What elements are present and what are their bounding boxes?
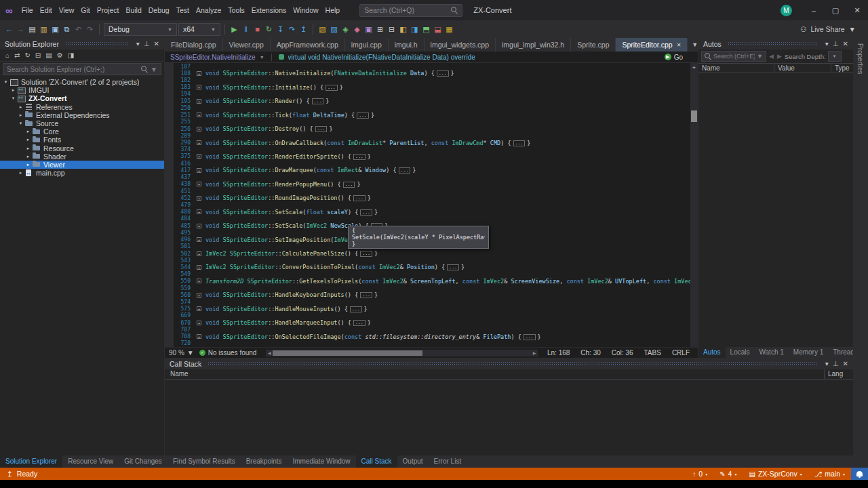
code-line[interactable]: 669 — [165, 312, 698, 319]
tab-breakpoints[interactable]: Breakpoints — [241, 455, 288, 468]
code-line[interactable]: 182 — [165, 77, 698, 83]
code-line[interactable]: 720 — [165, 340, 698, 347]
code-line[interactable]: 484 — [165, 216, 698, 222]
menu-extensions[interactable]: Extensions — [248, 6, 290, 14]
horizontal-scrollbar[interactable]: ◀ ▶ — [266, 350, 538, 357]
column-header-name[interactable]: Name — [165, 369, 825, 379]
collapse-toggle-icon[interactable]: + — [197, 237, 201, 242]
code-line[interactable]: 452+void SSpriteEditor::RoundImagePositi… — [165, 195, 698, 201]
tree-item-external-dependencies[interactable]: ▸External Dependencies — [0, 111, 164, 119]
tab-memory-1[interactable]: Memory 1 — [789, 347, 828, 358]
collapse-toggle-icon[interactable]: + — [197, 168, 201, 173]
code-line[interactable]: 560+void SSpriteEditor::HandleKeyboardIn… — [165, 291, 698, 298]
tab-appframework-cpp[interactable]: AppFramework.cpp — [271, 38, 345, 52]
compare-icon[interactable]: ◨ — [410, 23, 420, 35]
redo-icon[interactable]: ↷ — [85, 23, 95, 35]
run-tests-icon[interactable]: ◈ — [340, 23, 351, 35]
code-line[interactable]: 575+void SSpriteEditor::HandleMouseInput… — [165, 306, 698, 312]
pin-icon[interactable]: ⊥ — [831, 39, 841, 49]
chevron-right-icon[interactable]: ▸ — [24, 154, 32, 159]
tree-item-main-cpp[interactable]: ▸main.cpp — [0, 169, 164, 177]
pin-icon[interactable]: ⊥ — [142, 39, 152, 49]
close-tab-icon[interactable]: ✕ — [677, 42, 682, 48]
properties-icon[interactable]: ⚙ — [55, 50, 65, 61]
collapse-toggle-icon[interactable]: + — [197, 182, 201, 186]
column-header-value[interactable]: Value — [774, 64, 831, 73]
column-header-type[interactable]: Type — [831, 64, 853, 73]
incoming-commits[interactable]: ↑0▾ — [686, 468, 713, 480]
tab-solution-explorer[interactable]: Solution Explorer — [0, 455, 62, 468]
navigate-icon[interactable]: ▨ — [329, 23, 339, 35]
tab-find-symbol-results[interactable]: Find Symbol Results — [167, 455, 241, 468]
call-stack-body[interactable] — [165, 380, 853, 455]
menu-view[interactable]: View — [56, 6, 78, 14]
tree-item-source[interactable]: ▾Source — [0, 119, 164, 127]
code-line[interactable]: 416 — [165, 160, 698, 167]
code-line[interactable]: 708+void SSpriteEditor::OnSelectedFileIm… — [165, 333, 698, 340]
tab-locals[interactable]: Locals — [726, 347, 755, 358]
close-icon[interactable]: ✕ — [841, 39, 850, 49]
home-icon[interactable]: ⌂ — [3, 50, 12, 61]
profile-icon[interactable]: ◆ — [352, 23, 362, 35]
stop-icon[interactable]: ■ — [252, 23, 262, 35]
tab-imgui-cpp[interactable]: imgui.cpp — [345, 38, 389, 52]
branch[interactable]: ⎇main▾ — [808, 468, 851, 480]
remove-item-icon[interactable]: ⊟ — [387, 23, 397, 35]
live-share-button[interactable]: ⚇ Live Share ▼ — [789, 25, 864, 33]
menu-git[interactable]: Git — [77, 6, 93, 14]
call-stack-header[interactable]: Call Stack ▾⊥✕ — [165, 358, 853, 369]
build-icon[interactable]: ⬒ — [421, 23, 431, 35]
tab-resource-view[interactable]: Resource View — [62, 455, 119, 468]
code-line[interactable]: 543 — [165, 257, 698, 264]
tree-item-fonts[interactable]: ▸Fonts — [0, 136, 164, 144]
chevron-right-icon[interactable]: ▸ — [9, 87, 17, 93]
menu-build[interactable]: Build — [122, 6, 144, 14]
document-health-indicator[interactable]: ✓ No issues found — [199, 349, 257, 357]
code-line[interactable]: 451 — [165, 188, 698, 195]
chevron-right-icon[interactable]: ▸ — [17, 170, 24, 176]
code-line[interactable]: 502+ImVec2 SSpriteEditor::CalculatePanel… — [165, 250, 698, 257]
back-icon[interactable]: ← — [4, 23, 14, 35]
chevron-right-icon[interactable]: ▸ — [24, 146, 32, 151]
tab-imgui-impl-win32-h[interactable]: imgui_impl_win32.h — [496, 38, 571, 52]
code-line[interactable]: 256+void SSpriteEditor::Destroy() {...} — [165, 125, 698, 132]
collapse-toggle-icon[interactable]: + — [197, 334, 201, 339]
code-line[interactable]: 479 — [165, 201, 698, 208]
code-line[interactable]: 544+ImVec2 SSpriteEditor::ConverPosition… — [165, 264, 698, 270]
line-indicator[interactable]: Ln: 168 — [547, 349, 570, 357]
pin-icon[interactable]: ⊥ — [831, 359, 841, 369]
code-line[interactable]: 251+void SSpriteEditor::Tick(float Delta… — [165, 112, 698, 119]
search-depth-dropdown[interactable]: ▼ — [828, 51, 842, 62]
column-indicator[interactable]: Col: 36 — [612, 349, 633, 357]
code-line[interactable]: 183+void SSpriteEditor::Initialize() {..… — [165, 84, 698, 91]
menu-project[interactable]: Project — [94, 6, 123, 14]
chevron-down-icon[interactable]: ▾ — [823, 39, 831, 49]
collapse-toggle-icon[interactable]: + — [197, 127, 201, 131]
chevron-right-icon[interactable]: ▸ — [17, 113, 24, 118]
code-line[interactable]: 289 — [165, 132, 698, 139]
chevron-right-icon[interactable]: ▸ — [24, 162, 32, 167]
new-file-icon[interactable]: ▤ — [27, 23, 37, 35]
tab-autos[interactable]: Autos — [698, 347, 726, 358]
search-prev-icon[interactable]: ◀ — [768, 53, 774, 60]
code-line[interactable]: 437 — [165, 174, 698, 181]
split-editor-icon[interactable]: + — [691, 64, 697, 71]
chevron-down-icon[interactable]: ▾ — [2, 79, 9, 85]
vertical-scrollbar-thumb[interactable] — [691, 110, 697, 122]
collapse-toggle-icon[interactable]: + — [197, 321, 201, 325]
refresh-icon[interactable]: ↻ — [22, 50, 32, 61]
collapse-toggle-icon[interactable]: + — [197, 209, 201, 214]
code-line[interactable]: 574 — [165, 298, 698, 305]
tab-imgui-widgets-cpp[interactable]: imgui_widgets.cpp — [425, 38, 496, 52]
code-line[interactable]: 559 — [165, 285, 698, 291]
tab-spriteeditor-cpp[interactable]: SpriteEditor.cpp✕ — [616, 38, 688, 52]
code-line[interactable]: 480+void SSpriteEditor::SetScale(float s… — [165, 209, 698, 216]
notifications-button[interactable] — [851, 468, 868, 480]
code-line[interactable]: 670+void SSpriteEditor::HandleMarqueeInp… — [165, 319, 698, 326]
breadcrumb-member[interactable]: virtual void NativeInitialize(FNativeDat… — [288, 54, 475, 61]
start-debug-icon[interactable]: ▶ — [229, 23, 239, 35]
cancel-build-icon[interactable]: ⬓ — [433, 23, 443, 35]
chevron-down-icon[interactable]: ▾ — [9, 96, 17, 101]
tree-item-shader[interactable]: ▸Shader — [0, 152, 164, 161]
code-line[interactable]: 375+void SSpriteEditor::RenderEditorSpri… — [165, 153, 698, 160]
